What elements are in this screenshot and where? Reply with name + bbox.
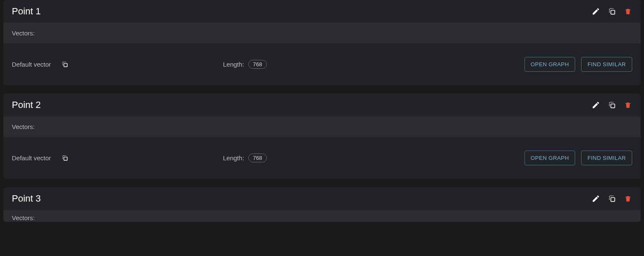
find-similar-button[interactable]: FIND SIMILAR xyxy=(581,151,632,165)
open-graph-button[interactable]: OPEN GRAPH xyxy=(524,57,576,72)
copy-vector-icon[interactable] xyxy=(61,154,68,162)
vector-name: Default vector xyxy=(12,154,54,162)
vectors-heading: Vectors: xyxy=(3,210,641,222)
open-graph-button[interactable]: OPEN GRAPH xyxy=(524,151,576,165)
card-header: Point 3 xyxy=(3,187,641,210)
vector-row: Default vector Length: 768 OPEN GRAPH FI… xyxy=(3,43,641,85)
copy-icon[interactable] xyxy=(608,7,616,16)
svg-rect-2 xyxy=(611,104,615,108)
edit-icon[interactable] xyxy=(592,101,600,109)
copy-icon[interactable] xyxy=(608,101,616,109)
length-badge: 768 xyxy=(248,154,267,162)
edit-icon[interactable] xyxy=(592,7,600,16)
point-title: Point 2 xyxy=(12,100,41,110)
svg-rect-3 xyxy=(64,157,67,160)
svg-rect-0 xyxy=(611,11,615,14)
vector-name: Default vector xyxy=(12,61,54,68)
edit-icon[interactable] xyxy=(592,194,600,203)
delete-icon[interactable] xyxy=(624,194,632,203)
vector-row: Default vector Length: 768 OPEN GRAPH FI… xyxy=(3,137,641,179)
point-title: Point 3 xyxy=(12,193,41,204)
point-card: Point 1 Vectors: Default vector Length: … xyxy=(3,0,641,85)
card-header: Point 2 xyxy=(3,94,641,116)
svg-rect-4 xyxy=(611,198,615,202)
vector-actions: OPEN GRAPH FIND SIMILAR xyxy=(524,151,632,165)
length-wrap: Length: 768 xyxy=(223,60,267,69)
point-title: Point 1 xyxy=(12,6,41,17)
delete-icon[interactable] xyxy=(624,101,632,109)
vector-actions: OPEN GRAPH FIND SIMILAR xyxy=(524,57,632,72)
vectors-heading: Vectors: xyxy=(3,116,641,137)
length-wrap: Length: 768 xyxy=(223,154,267,162)
copy-vector-icon[interactable] xyxy=(61,61,68,68)
card-header: Point 1 xyxy=(3,0,641,23)
vectors-heading: Vectors: xyxy=(3,23,641,43)
length-label: Length: xyxy=(223,61,244,68)
card-actions xyxy=(592,194,632,203)
length-badge: 768 xyxy=(248,60,267,69)
point-card: Point 3 Vectors: xyxy=(3,187,641,222)
find-similar-button[interactable]: FIND SIMILAR xyxy=(581,57,632,72)
copy-icon[interactable] xyxy=(608,194,616,203)
card-actions xyxy=(592,7,632,16)
card-actions xyxy=(592,101,632,109)
length-label: Length: xyxy=(223,154,244,162)
svg-rect-1 xyxy=(64,63,67,67)
point-card: Point 2 Vectors: Default vector Length: … xyxy=(3,94,641,179)
delete-icon[interactable] xyxy=(624,7,632,16)
